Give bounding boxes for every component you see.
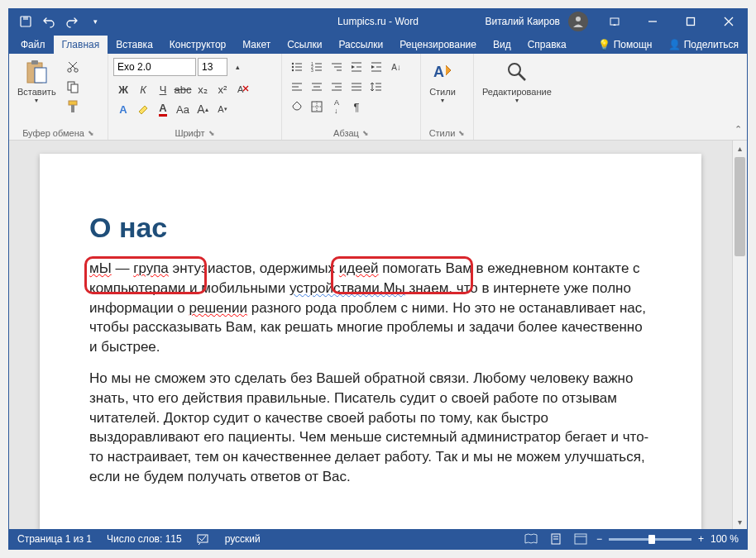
clear-formatting-button[interactable]: A bbox=[233, 80, 251, 98]
tab-insert[interactable]: Вставка bbox=[108, 36, 161, 54]
show-marks-button[interactable]: ¶ bbox=[347, 98, 366, 116]
editing-button[interactable]: Редактирование ▾ bbox=[479, 57, 555, 106]
copy-button[interactable] bbox=[64, 78, 82, 96]
text-effects-button[interactable]: A bbox=[114, 100, 132, 118]
svg-rect-9 bbox=[31, 60, 38, 64]
tab-references[interactable]: Ссылки bbox=[279, 36, 330, 54]
bullets-button[interactable] bbox=[288, 58, 306, 76]
spellcheck-icon[interactable] bbox=[197, 532, 210, 546]
svg-line-61 bbox=[519, 74, 525, 80]
grow-font-button[interactable]: ▴ bbox=[228, 58, 246, 76]
document-area: О нас мЫ — група энтузиастов, одержимых … bbox=[9, 141, 747, 529]
minimize-button[interactable] bbox=[634, 9, 671, 34]
user-name[interactable]: Виталий Каиров bbox=[478, 16, 567, 27]
clipboard-dialog-launcher[interactable]: ⬊ bbox=[88, 129, 94, 137]
document-heading: О нас bbox=[89, 212, 652, 244]
document-paragraph-1: мЫ — група энтузиастов, одержимых идеей … bbox=[89, 259, 652, 357]
svg-point-2 bbox=[576, 17, 581, 21]
sort-button[interactable]: A↓ bbox=[387, 58, 405, 76]
justify-button[interactable] bbox=[347, 78, 366, 96]
tell-me-button[interactable]: 💡 Помощн bbox=[590, 36, 660, 54]
print-layout-button[interactable] bbox=[547, 532, 565, 546]
borders-button[interactable] bbox=[308, 98, 326, 116]
window-title: Lumpics.ru - Word bbox=[337, 16, 419, 27]
tab-mailings[interactable]: Рассылки bbox=[330, 36, 391, 54]
scroll-thumb[interactable] bbox=[734, 157, 745, 256]
share-button[interactable]: 👤 Поделиться bbox=[660, 36, 747, 54]
format-painter-button[interactable] bbox=[64, 98, 82, 116]
close-button[interactable] bbox=[711, 9, 747, 34]
tab-home[interactable]: Главная bbox=[54, 36, 108, 54]
grow-font-icon[interactable]: A▴ bbox=[194, 100, 212, 118]
tab-help[interactable]: Справка bbox=[519, 36, 575, 54]
word-count[interactable]: Число слов: 115 bbox=[107, 533, 182, 545]
page-indicator[interactable]: Страница 1 из 1 bbox=[17, 533, 92, 545]
vertical-scrollbar[interactable]: ▴ ▾ bbox=[732, 141, 747, 529]
italic-button[interactable]: К bbox=[134, 80, 152, 98]
paste-button[interactable]: Вставить ▾ bbox=[14, 57, 60, 106]
avatar[interactable] bbox=[568, 12, 588, 31]
language-indicator[interactable]: русский bbox=[225, 533, 261, 545]
svg-point-24 bbox=[292, 69, 294, 71]
styles-button[interactable]: A Стили ▾ bbox=[426, 57, 459, 106]
align-left-button[interactable] bbox=[288, 78, 306, 96]
redo-icon[interactable] bbox=[62, 12, 82, 31]
svg-point-11 bbox=[67, 69, 70, 72]
change-case-button[interactable]: Aa bbox=[174, 100, 192, 118]
paragraph-dialog-launcher[interactable]: ⬊ bbox=[362, 129, 369, 137]
shading-button[interactable] bbox=[288, 98, 306, 116]
styles-dialog-launcher[interactable]: ⬊ bbox=[458, 129, 465, 137]
document-paragraph-2: Но мы не сможем это сделать без Вашей об… bbox=[89, 369, 652, 487]
svg-text:A: A bbox=[433, 64, 444, 80]
undo-icon[interactable] bbox=[39, 12, 59, 31]
underline-button[interactable]: Ч bbox=[154, 80, 172, 98]
web-layout-button[interactable] bbox=[572, 532, 590, 546]
shrink-font-icon[interactable]: A▾ bbox=[213, 100, 232, 118]
font-size-input[interactable] bbox=[198, 58, 227, 76]
svg-text:A: A bbox=[237, 84, 244, 94]
zoom-out-button[interactable]: − bbox=[596, 533, 602, 545]
zoom-slider[interactable] bbox=[609, 538, 691, 541]
page[interactable]: О нас мЫ — група энтузиастов, одержимых … bbox=[40, 154, 701, 529]
zoom-level[interactable]: 100 % bbox=[711, 533, 739, 545]
bold-button[interactable]: Ж bbox=[114, 80, 132, 98]
styles-group-label: Стили bbox=[429, 128, 456, 138]
numbering-button[interactable]: 123 bbox=[308, 58, 326, 76]
qat-dropdown-icon[interactable]: ▾ bbox=[85, 12, 105, 31]
read-mode-button[interactable] bbox=[522, 532, 540, 546]
svg-rect-3 bbox=[610, 18, 619, 25]
align-center-button[interactable] bbox=[308, 78, 326, 96]
svg-rect-16 bbox=[71, 84, 78, 93]
svg-point-20 bbox=[292, 63, 294, 64]
highlight-button[interactable] bbox=[134, 100, 152, 118]
svg-line-13 bbox=[70, 62, 77, 69]
find-icon bbox=[504, 59, 530, 85]
maximize-button[interactable] bbox=[672, 9, 709, 34]
multilevel-list-button[interactable] bbox=[328, 58, 346, 76]
svg-point-60 bbox=[509, 64, 520, 75]
tab-layout[interactable]: Макет bbox=[234, 36, 279, 54]
font-color-button[interactable]: A bbox=[154, 100, 172, 118]
font-name-input[interactable] bbox=[113, 58, 196, 76]
font-dialog-launcher[interactable]: ⬊ bbox=[208, 129, 215, 137]
tab-review[interactable]: Рецензирование bbox=[391, 36, 485, 54]
ribbon-display-button[interactable] bbox=[596, 9, 633, 34]
scroll-down-button[interactable]: ▾ bbox=[733, 514, 747, 529]
cut-button[interactable] bbox=[64, 58, 82, 76]
tab-file[interactable]: Файл bbox=[12, 36, 54, 54]
zoom-slider-handle[interactable] bbox=[648, 535, 655, 544]
autosave-icon[interactable] bbox=[16, 12, 36, 31]
strikethrough-button[interactable]: abc bbox=[174, 80, 192, 98]
superscript-button[interactable]: x² bbox=[213, 80, 232, 98]
sort-az-button[interactable]: A↓ bbox=[328, 98, 346, 116]
decrease-indent-button[interactable] bbox=[347, 58, 366, 76]
tab-design[interactable]: Конструктор bbox=[161, 36, 234, 54]
zoom-in-button[interactable]: + bbox=[698, 533, 704, 545]
increase-indent-button[interactable] bbox=[367, 58, 385, 76]
tab-view[interactable]: Вид bbox=[485, 36, 519, 54]
line-spacing-button[interactable] bbox=[367, 78, 385, 96]
collapse-ribbon-button[interactable]: ⌃ bbox=[734, 124, 742, 135]
scroll-up-button[interactable]: ▴ bbox=[733, 141, 747, 155]
subscript-button[interactable]: x₂ bbox=[194, 80, 212, 98]
align-right-button[interactable] bbox=[328, 78, 346, 96]
